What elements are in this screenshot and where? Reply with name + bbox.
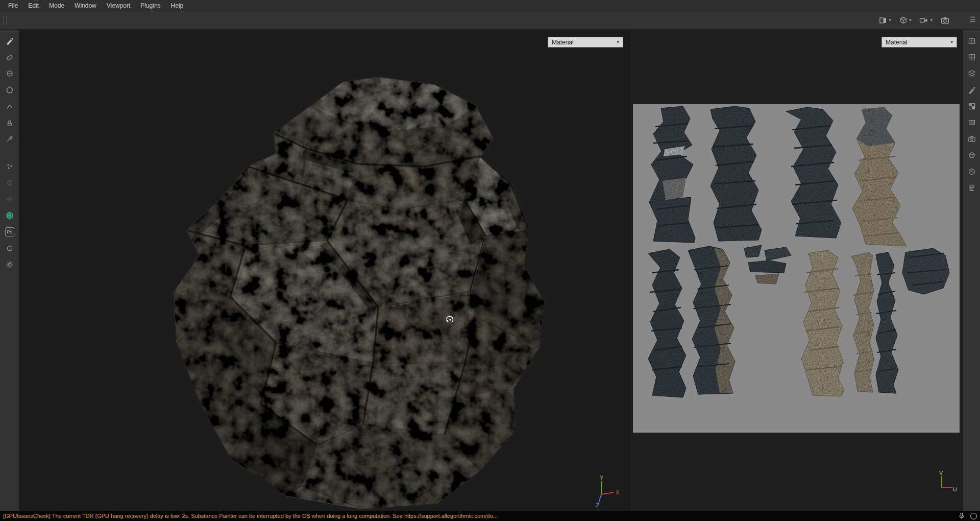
clone-tool-icon[interactable]: [4, 116, 16, 129]
polygon-fill-tool-icon[interactable]: [4, 84, 16, 96]
layers-panel-icon[interactable]: [966, 67, 978, 80]
plugin-settings-icon[interactable]: [4, 258, 16, 271]
viewport-3d[interactable]: Material ▾ Y X Z: [19, 30, 629, 511]
rock-model[interactable]: [159, 77, 557, 509]
menu-bar: File Edit Mode Window Viewport Plugins H…: [0, 0, 980, 11]
physics-tool-icon[interactable]: [4, 177, 16, 189]
video-camera-icon: [919, 16, 928, 25]
menu-item-help[interactable]: Help: [166, 1, 189, 11]
brush-settings-icon[interactable]: [966, 84, 978, 96]
uv-islands: [633, 104, 960, 433]
ps-badge-label: Ps: [5, 227, 14, 236]
viewport-2d[interactable]: Material ▾ V U: [629, 30, 963, 511]
axis-gizmo-3d[interactable]: Y X Z: [593, 475, 621, 508]
status-bar: [GPUIssuesCheck] The current TDR (GPU ha…: [0, 511, 980, 521]
material-mode-label: Material: [886, 39, 908, 46]
cube-icon: [899, 16, 908, 25]
particles-tool-icon[interactable]: [4, 160, 16, 173]
gpu-warning-message: [GPUIssuesCheck] The current TDR (GPU ha…: [3, 513, 953, 519]
menu-item-file[interactable]: File: [3, 1, 23, 11]
texture-set-list-icon[interactable]: [966, 35, 978, 47]
resources-updater-icon[interactable]: [4, 242, 16, 254]
smudge-tool-icon[interactable]: [4, 100, 16, 112]
axis-u-label: U: [953, 486, 957, 492]
application-window: File Edit Mode Window Viewport Plugins H…: [0, 0, 980, 521]
eraser-tool-icon[interactable]: [4, 51, 16, 63]
tools-toolbar: Ps: [0, 30, 19, 511]
chevron-down-icon: ▾: [617, 40, 619, 44]
menu-item-window[interactable]: Window: [69, 1, 102, 11]
axis-z-label: Z: [596, 502, 599, 508]
chevron-down-icon: ▾: [930, 18, 933, 22]
material-mode-dropdown-2d[interactable]: Material ▾: [881, 37, 957, 48]
projection-tool-icon[interactable]: [4, 67, 16, 80]
viewer-settings-icon[interactable]: [966, 116, 978, 129]
chevron-down-icon: ▾: [909, 18, 912, 22]
material-mode-dropdown-3d[interactable]: Material ▾: [548, 37, 623, 48]
screenshot-button[interactable]: [941, 16, 949, 25]
panel-menu-icon[interactable]: ☰: [969, 16, 976, 23]
menu-item-edit[interactable]: Edit: [23, 1, 44, 11]
chevron-down-icon: ▾: [889, 18, 891, 22]
dock-toolbar: [963, 30, 980, 511]
photoshop-export-icon[interactable]: Ps: [4, 226, 16, 238]
photo-camera-icon: [941, 16, 949, 25]
material-mode-label: Material: [552, 39, 574, 46]
emitter-tool-icon[interactable]: [4, 193, 16, 205]
camera-settings-icon[interactable]: [966, 133, 978, 145]
camera-dropdown[interactable]: ▾: [919, 16, 933, 25]
axis-y-label: Y: [600, 475, 604, 481]
chevron-down-icon: ▾: [950, 40, 953, 44]
microphone-icon[interactable]: [958, 512, 965, 520]
texture-set-settings-icon[interactable]: [966, 51, 978, 63]
menu-item-plugins[interactable]: Plugins: [135, 1, 165, 11]
contextual-toolbar: ▾ ▾ ▾ ☰: [0, 11, 980, 30]
uv-canvas[interactable]: [633, 104, 960, 433]
substance-share-icon[interactable]: [4, 209, 16, 222]
workspace: Ps: [0, 30, 980, 511]
axis-v-label: V: [939, 471, 943, 476]
material-picker-icon[interactable]: [4, 133, 16, 145]
log-panel-icon[interactable]: [966, 182, 978, 194]
shading-mode-dropdown[interactable]: ▾: [899, 16, 912, 25]
view-mode-dropdown[interactable]: ▾: [879, 16, 891, 25]
orbit-cursor-icon: [444, 314, 455, 325]
shelf-panel-icon[interactable]: [966, 100, 978, 112]
paint-tool-icon[interactable]: [4, 35, 16, 47]
menu-item-mode[interactable]: Mode: [44, 1, 69, 11]
sync-spinner-icon[interactable]: [970, 513, 977, 519]
toolbar-grip[interactable]: [3, 16, 7, 25]
split-view-icon: [879, 16, 887, 25]
display-settings-icon[interactable]: [966, 149, 978, 161]
axis-x-label: X: [616, 489, 620, 495]
menu-item-viewport[interactable]: Viewport: [102, 1, 135, 11]
axis-gizmo-2d[interactable]: V U: [936, 471, 957, 494]
history-panel-icon[interactable]: [966, 165, 978, 178]
